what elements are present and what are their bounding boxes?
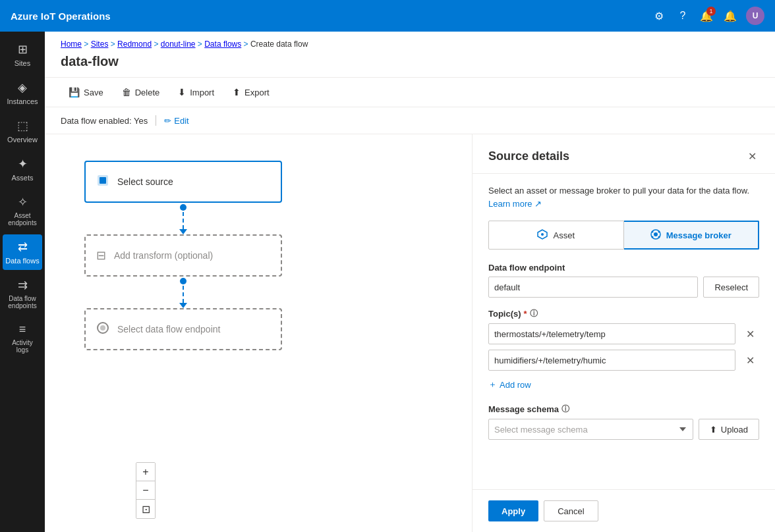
delete-icon: 🗑 [122,87,131,97]
asset-endpoints-icon: ✧ [18,195,28,209]
learn-more-link[interactable]: Learn more ↗ [488,199,542,209]
avatar[interactable]: U [746,7,764,25]
page-title: data-flow [45,51,775,77]
topic-clear-2[interactable]: ✕ [741,351,759,369]
app-title: Azure IoT Operations [11,11,111,22]
notifications-icon[interactable]: 🔔 1 [699,8,714,24]
zoom-in-button[interactable]: + [136,463,155,481]
sidebar-item-label: Asset endpoints [5,212,40,226]
topic-input-1[interactable] [488,323,735,344]
notif-badge: 1 [706,7,716,16]
breadcrumb-current: Create data flow [250,40,308,49]
overview-icon: ⬚ [17,119,28,133]
transform-node[interactable]: ⊟ Add transform (optional) [84,234,282,277]
topbar: Azure IoT Operations ⚙ ? 🔔 1 🔔 U [0,0,775,32]
sidebar-item-data-flow-endpoints[interactable]: ⇉ Data flow endpoints [3,273,42,315]
svg-point-9 [651,236,653,238]
connector-arrow-1 [179,229,187,234]
app-layout: ⊞ Sites ◈ Instances ⬚ Overview ✦ Assets … [0,32,775,532]
sidebar-item-instances[interactable]: ◈ Instances [3,75,42,111]
topic-clear-1[interactable]: ✕ [741,325,759,343]
destination-node-label: Select data flow endpoint [117,324,220,334]
svg-point-6 [654,232,658,236]
zoom-reset-button[interactable]: ⊡ [136,500,155,518]
zoom-out-button[interactable]: − [136,481,155,500]
type-selector: Asset [488,221,759,250]
data-flows-icon: ⇄ [18,240,28,254]
topic-input-2[interactable] [488,350,735,371]
transform-node-label: Add transform (optional) [114,250,213,261]
breadcrumb-redmond[interactable]: Redmond [117,40,152,49]
save-button[interactable]: 💾 Save [61,83,111,101]
sidebar-item-asset-endpoints[interactable]: ✧ Asset endpoints [3,190,42,232]
sidebar-item-overview[interactable]: ⬚ Overview [3,113,42,149]
topics-info-icon[interactable]: ⓘ [530,308,538,319]
source-node-label: Select source [117,176,173,187]
topics-field-group: Topic(s) * ⓘ ✕ ✕ ＋ [488,308,759,393]
alert-icon[interactable]: 🔔 [722,8,738,24]
edit-icon: ✏ [164,116,171,126]
breadcrumb-home[interactable]: Home [61,40,82,49]
source-node[interactable]: Select source [84,161,282,203]
enabled-bar: Data flow enabled: Yes ✏ Edit [45,107,775,134]
panel-footer: Apply Cancel [473,489,775,532]
svg-point-7 [651,230,653,232]
add-row-button[interactable]: ＋ Add row [488,376,531,393]
source-node-icon [96,174,109,190]
panel-header: Source details ✕ [473,134,775,174]
sidebar-item-activity-logs[interactable]: ≡ Activity logs [3,317,42,359]
delete-button[interactable]: 🗑 Delete [114,83,168,101]
sidebar-item-assets[interactable]: ✦ Assets [3,151,42,187]
panel-body: Select an asset or message broker to pul… [473,174,775,489]
panel-description: Select an asset or message broker to pul… [488,184,759,210]
activity-logs-icon: ≡ [19,323,26,336]
cancel-button[interactable]: Cancel [544,500,598,521]
schema-label: Message schema ⓘ [488,404,759,415]
reselect-button[interactable]: Reselect [703,277,759,298]
endpoint-row: Reselect [488,277,759,298]
schema-select[interactable]: Select message schema [488,419,693,440]
breadcrumb-sites[interactable]: Sites [91,40,109,49]
instances-icon: ◈ [18,80,27,95]
schema-field-group: Message schema ⓘ Select message schema ⬆… [488,404,759,440]
connector-arrow-2 [179,303,187,308]
breadcrumb-data-flows[interactable]: Data flows [204,40,241,49]
panel-close-button[interactable]: ✕ [745,147,759,165]
schema-row: Select message schema ⬆ Upload [488,419,759,440]
export-button[interactable]: ⬆ Export [225,83,277,101]
settings-icon[interactable]: ⚙ [651,8,667,24]
sites-icon: ⊞ [18,42,28,57]
destination-node-icon [96,321,109,338]
asset-type-button[interactable]: Asset [488,221,624,250]
flow-connector-2 [179,277,187,308]
enabled-label: Data flow enabled: Yes [61,116,148,126]
endpoint-label: Data flow endpoint [488,263,759,273]
connector-line-1 [183,212,184,229]
sidebar-item-label: Data flow endpoints [5,295,40,309]
save-icon: 💾 [69,87,80,97]
sidebar-item-sites[interactable]: ⊞ Sites [3,37,42,72]
endpoint-input[interactable] [488,277,698,298]
svg-rect-1 [100,177,106,184]
source-details-panel: Source details ✕ Select an asset or mess… [472,134,775,532]
apply-button[interactable]: Apply [488,500,538,521]
topics-label: Topic(s) * ⓘ [488,308,759,319]
message-broker-type-button[interactable]: Message broker [624,221,760,250]
breadcrumb: Home > Sites > Redmond > donut-line > Da… [45,32,775,51]
edit-button[interactable]: ✏ Edit [164,116,188,126]
add-row-icon: ＋ [488,379,497,390]
sidebar-item-label: Assets [11,174,33,182]
upload-button[interactable]: ⬆ Upload [699,419,759,440]
export-icon: ⬆ [233,87,241,97]
flow-canvas: Select source ⊟ Add transform (optional) [45,134,472,532]
connector-dot-mid [180,278,187,284]
help-icon[interactable]: ? [675,8,691,24]
import-button[interactable]: ⬇ Import [170,83,222,101]
assets-icon: ✦ [18,157,28,171]
main-content: Home > Sites > Redmond > donut-line > Da… [45,32,775,532]
breadcrumb-donut-line[interactable]: donut-line [161,40,196,49]
schema-info-icon[interactable]: ⓘ [561,404,569,415]
destination-node[interactable]: Select data flow endpoint [84,308,282,350]
data-flow-endpoints-icon: ⇉ [18,278,28,292]
sidebar-item-data-flows[interactable]: ⇄ Data flows [3,234,42,270]
